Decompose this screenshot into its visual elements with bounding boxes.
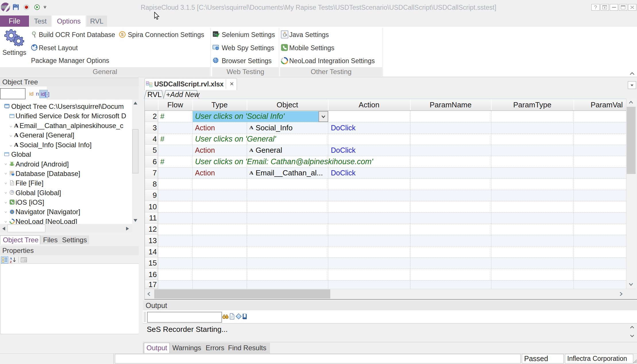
svg-text:Z: Z (10, 260, 12, 264)
svg-text:A: A (10, 257, 12, 260)
svg-text:S: S (121, 32, 123, 37)
